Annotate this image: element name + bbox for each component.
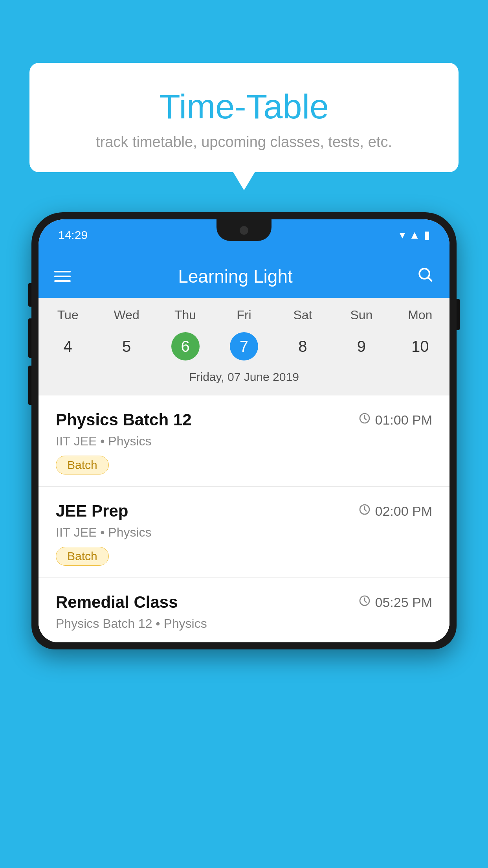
status-time: 14:29 (58, 226, 88, 242)
day-label-thu: Thu (156, 306, 215, 324)
item-subtitle-2: IIT JEE • Physics (56, 525, 432, 540)
clock-icon-1 (358, 412, 371, 428)
volume-up-button (28, 283, 31, 307)
signal-icon: ▲ (409, 229, 420, 241)
wifi-icon: ▾ (400, 228, 405, 241)
schedule-list: Physics Batch 12 01:00 PM IIT JEE • P (39, 395, 449, 642)
time-text-3: 05:25 PM (375, 595, 432, 610)
time-text-1: 01:00 PM (375, 412, 432, 428)
item-subtitle-1: IIT JEE • Physics (56, 434, 432, 449)
day-9[interactable]: 9 (332, 334, 391, 359)
item-header-3: Remedial Class 05:25 PM (56, 593, 432, 612)
item-time-1: 01:00 PM (358, 412, 432, 428)
day-5[interactable]: 5 (97, 334, 156, 359)
schedule-item-1[interactable]: Physics Batch 12 01:00 PM IIT JEE • P (39, 395, 449, 487)
schedule-item-2[interactable]: JEE Prep 02:00 PM IIT JEE • Physics (39, 487, 449, 578)
day-label-sun: Sun (332, 306, 391, 324)
search-button[interactable] (416, 266, 434, 287)
day-label-wed: Wed (97, 306, 156, 324)
item-subtitle-3: Physics Batch 12 • Physics (56, 616, 432, 631)
batch-tag-2: Batch (56, 547, 109, 566)
menu-line-1 (54, 271, 71, 272)
notch (216, 219, 272, 241)
menu-line-2 (54, 276, 71, 277)
clock-icon-3 (358, 594, 371, 610)
silent-button (28, 366, 31, 405)
speech-bubble: Time-Table track timetable, upcoming cla… (29, 63, 459, 172)
item-time-3: 05:25 PM (358, 594, 432, 610)
menu-line-3 (54, 280, 71, 282)
volume-down-button (28, 318, 31, 358)
day-label-sat: Sat (273, 306, 332, 324)
calendar-strip: Tue Wed Thu Fri Sat Sun Mon 4 5 6 7 8 9 … (39, 298, 449, 395)
item-title-1: Physics Batch 12 (56, 410, 192, 429)
menu-button[interactable] (54, 271, 71, 282)
status-icons: ▾ ▲ ▮ (400, 226, 430, 241)
front-camera (240, 226, 248, 235)
status-bar: 14:29 ▾ ▲ ▮ (39, 219, 449, 255)
item-title-2: JEE Prep (56, 502, 128, 520)
day-8[interactable]: 8 (273, 334, 332, 359)
day-label-tue: Tue (39, 306, 97, 324)
schedule-item-3[interactable]: Remedial Class 05:25 PM Physics Batch (39, 578, 449, 642)
day-label-mon: Mon (391, 306, 449, 324)
day-headers: Tue Wed Thu Fri Sat Sun Mon (39, 306, 449, 324)
batch-tag-1: Batch (56, 456, 109, 474)
app-bar: Learning Light (39, 255, 449, 298)
day-label-fri: Fri (215, 306, 273, 324)
svg-line-1 (428, 278, 431, 281)
selected-date: Friday, 07 June 2019 (39, 364, 449, 392)
day-10[interactable]: 10 (391, 334, 449, 359)
day-6[interactable]: 6 (156, 328, 215, 364)
bubble-title: Time-Table (45, 86, 443, 127)
day-numbers: 4 5 6 7 8 9 10 (39, 328, 449, 364)
clock-icon-2 (358, 503, 371, 519)
day-7[interactable]: 7 (215, 328, 273, 364)
phone-mockup: 14:29 ▾ ▲ ▮ Learning Light (31, 212, 457, 868)
item-header-1: Physics Batch 12 01:00 PM (56, 410, 432, 429)
phone-body: 14:29 ▾ ▲ ▮ Learning Light (31, 212, 457, 649)
bubble-subtitle: track timetable, upcoming classes, tests… (45, 134, 443, 151)
item-time-2: 02:00 PM (358, 503, 432, 519)
item-header-2: JEE Prep 02:00 PM (56, 502, 432, 520)
time-text-2: 02:00 PM (375, 504, 432, 519)
day-4[interactable]: 4 (39, 334, 97, 359)
speech-bubble-container: Time-Table track timetable, upcoming cla… (29, 63, 459, 172)
phone-screen: 14:29 ▾ ▲ ▮ Learning Light (39, 219, 449, 642)
power-button (457, 299, 460, 330)
item-title-3: Remedial Class (56, 593, 178, 612)
app-title: Learning Light (71, 266, 400, 287)
battery-icon: ▮ (424, 228, 430, 241)
